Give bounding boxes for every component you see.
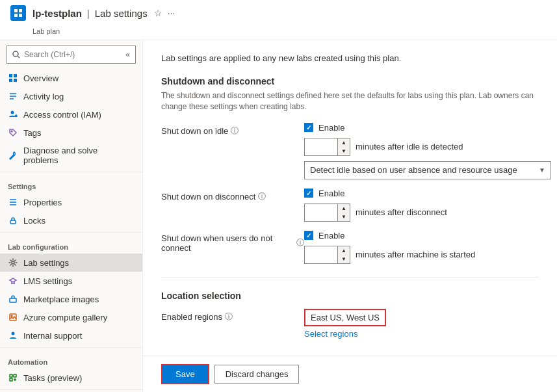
no-connect-minutes-input[interactable]: 15 [305, 246, 337, 263]
disconnect-enable-label: Enable [318, 189, 344, 198]
idle-dropdown-value: Detect idle based on user absence and re… [310, 165, 517, 175]
list-icon [8, 91, 18, 101]
save-button[interactable]: Save [161, 364, 209, 384]
disconnect-minutes-input[interactable]: 0 [305, 204, 337, 221]
svg-rect-15 [16, 114, 17, 116]
search-input[interactable] [24, 50, 122, 59]
gear-icon [8, 257, 18, 268]
no-connect-minutes-row: 15 ▲ ▼ minutes after machine is started [304, 246, 475, 264]
automation-section-label: Automation [0, 350, 142, 369]
sidebar-item-overview[interactable]: Overview [0, 69, 142, 87]
idle-row: Shut down on idle ⓘ Enable 15 ▲ [161, 123, 539, 179]
sidebar-item-lms[interactable]: LMS settings [0, 272, 142, 290]
disconnect-minutes-row: 0 ▲ ▼ minutes after disconnect [304, 203, 447, 222]
footer-bar: Save Discard changes [143, 356, 557, 392]
regions-row: Enabled regions ⓘ East US, West US Selec… [161, 309, 539, 339]
svg-rect-8 [9, 79, 12, 82]
sidebar-item-locks[interactable]: Locks [0, 211, 142, 229]
sidebar-item-tasks[interactable]: Tasks (preview) [0, 369, 142, 387]
svg-rect-7 [14, 74, 17, 77]
sidebar-internal-support-label: Internal support [23, 331, 82, 341]
svg-point-4 [13, 51, 18, 57]
location-title: Location selection [161, 291, 539, 301]
svg-point-24 [11, 315, 12, 317]
no-connect-decrement-btn[interactable]: ▼ [338, 255, 350, 263]
sidebar-marketplace-label: Marketplace images [23, 294, 99, 304]
hat-icon [8, 276, 18, 286]
idle-decrement-btn[interactable]: ▼ [338, 147, 350, 155]
shutdown-section: Shutdown and disconnect The shutdown and… [161, 76, 539, 264]
image-icon [8, 312, 18, 322]
sidebar-item-marketplace[interactable]: Marketplace images [0, 290, 142, 308]
idle-controls: Enable 15 ▲ ▼ minutes after idle is dete… [304, 123, 551, 179]
location-divider [161, 277, 539, 278]
main-layout: « Overview Activity log Access control (… [0, 40, 557, 392]
more-options-icon[interactable]: ··· [168, 8, 175, 18]
shutdown-desc: The shutdown and disconnect settings def… [161, 90, 539, 112]
sidebar-item-diagnose[interactable]: Diagnose and solve problems [0, 142, 142, 169]
title-divider: | [87, 8, 90, 19]
sidebar-item-lab-settings[interactable]: Lab settings [0, 254, 142, 272]
discard-button[interactable]: Discard changes [214, 365, 300, 384]
idle-detection-dropdown[interactable]: Detect idle based on user absence and re… [304, 161, 551, 179]
tag-icon [8, 127, 18, 138]
idle-enable-checkbox[interactable] [304, 123, 313, 132]
sidebar-item-activity-log[interactable]: Activity log [0, 87, 142, 105]
sidebar-tasks-label: Tasks (preview) [23, 373, 82, 383]
idle-enable-label: Enable [318, 123, 344, 133]
disconnect-info-icon[interactable]: ⓘ [258, 191, 266, 202]
sidebar-item-tags[interactable]: Tags [0, 124, 142, 142]
sidebar-item-internal-support[interactable]: Internal support [0, 326, 142, 345]
disconnect-enable-checkbox[interactable] [304, 189, 313, 198]
disconnect-increment-btn[interactable]: ▲ [338, 204, 350, 213]
disconnect-spinner[interactable]: 0 ▲ ▼ [304, 203, 350, 222]
svg-rect-22 [10, 298, 16, 302]
idle-spinner[interactable]: 15 ▲ ▼ [304, 138, 350, 156]
no-connect-increment-btn[interactable]: ▲ [338, 246, 350, 255]
no-connect-minutes-unit: minutes after machine is started [356, 250, 475, 259]
sidebar-gallery-label: Azure compute gallery [23, 313, 107, 322]
regions-info-icon[interactable]: ⓘ [225, 311, 233, 322]
location-section: Location selection Enabled regions ⓘ Eas… [161, 291, 539, 339]
sidebar-iam-label: Access control (IAM) [23, 110, 101, 120]
store-icon [8, 294, 18, 304]
svg-rect-1 [19, 9, 22, 12]
sidebar-item-properties[interactable]: Properties [0, 193, 142, 211]
disconnect-minutes-unit: minutes after disconnect [356, 207, 447, 217]
no-connect-enable-checkbox[interactable] [304, 231, 313, 240]
idle-minutes-input[interactable]: 15 [305, 138, 337, 155]
idle-minutes-row: 15 ▲ ▼ minutes after idle is detected [304, 138, 551, 156]
idle-info-icon[interactable]: ⓘ [231, 125, 239, 137]
wrench-icon [8, 150, 18, 161]
favorite-icon[interactable]: ☆ [154, 8, 162, 18]
no-connect-spinner[interactable]: 15 ▲ ▼ [304, 246, 350, 264]
disconnect-controls: Enable 0 ▲ ▼ minutes after disconnect [304, 189, 447, 222]
select-regions-link[interactable]: Select regions [304, 329, 386, 339]
idle-dropdown-arrow: ▼ [539, 166, 545, 174]
grid-icon [8, 73, 18, 83]
search-box[interactable]: « [6, 46, 136, 64]
svg-rect-0 [14, 9, 18, 12]
no-connect-info-icon[interactable]: ⓘ [296, 237, 304, 248]
sidebar: « Overview Activity log Access control (… [0, 40, 143, 392]
svg-point-13 [11, 111, 14, 114]
svg-rect-27 [14, 374, 16, 377]
support-divider [0, 389, 142, 390]
svg-rect-26 [10, 374, 12, 377]
sidebar-item-access-control[interactable]: Access control (IAM) [0, 105, 142, 124]
no-connect-row: Shut down when users do not connect ⓘ En… [161, 231, 539, 264]
no-connect-label: Shut down when users do not connect ⓘ [161, 231, 304, 253]
no-connect-enable-label: Enable [318, 231, 344, 241]
idle-increment-btn[interactable]: ▲ [338, 138, 350, 147]
lab-config-divider [0, 232, 142, 233]
page-subtitle: Lab settings [95, 8, 148, 19]
sidebar-item-compute-gallery[interactable]: Azure compute gallery [0, 308, 142, 326]
svg-point-25 [12, 332, 15, 335]
content-area: Lab settings are applied to any new labs… [143, 40, 557, 356]
svg-point-21 [12, 261, 14, 264]
collapse-icon[interactable]: « [125, 50, 130, 59]
sidebar-lms-label: LMS settings [23, 276, 72, 286]
disconnect-decrement-btn[interactable]: ▼ [338, 213, 350, 221]
sidebar-overview-label: Overview [23, 73, 58, 83]
no-connect-enable-row: Enable [304, 231, 475, 241]
